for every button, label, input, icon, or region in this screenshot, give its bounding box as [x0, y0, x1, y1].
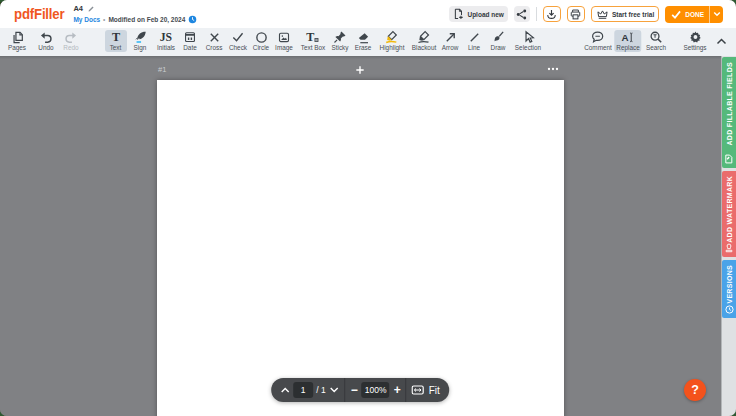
tool-label: Image — [275, 44, 293, 51]
svg-text:JS: JS — [160, 31, 172, 44]
erase-icon — [356, 31, 370, 44]
edit-pencil-icon[interactable] — [87, 5, 95, 13]
print-button[interactable] — [567, 6, 585, 22]
fit-button[interactable]: Fit — [412, 385, 440, 396]
tool-search[interactable]: Search — [644, 30, 668, 53]
done-button[interactable]: DONE — [665, 6, 709, 23]
pdffiller-logo[interactable]: pdfFiller — [14, 0, 64, 28]
text-box-icon: T — [305, 31, 321, 44]
image-icon — [277, 31, 291, 44]
tool-erase[interactable]: Erase — [352, 30, 374, 53]
tool-pages[interactable]: Pages — [6, 30, 28, 53]
upload-new-button[interactable]: Upload new — [449, 6, 507, 22]
svg-text:A: A — [622, 32, 629, 43]
start-free-trial-button[interactable]: Start free trial — [591, 6, 659, 22]
highlight-icon — [384, 31, 400, 44]
zoom-level[interactable]: 100% — [362, 382, 390, 398]
tool-selection[interactable]: Selection — [513, 30, 543, 53]
versions-label: VERSIONS — [726, 265, 733, 304]
line-icon — [468, 31, 481, 44]
help-button[interactable]: ? — [684, 379, 706, 401]
cross-icon — [208, 31, 221, 44]
tool-arrow[interactable]: Arrow — [439, 30, 461, 53]
upload-new-label: Upload new — [467, 11, 503, 18]
tool-label: Circle — [253, 44, 269, 51]
pager-divider — [345, 378, 346, 402]
fillable-fields-icon — [724, 154, 734, 164]
tool-circle[interactable]: Circle — [250, 30, 272, 53]
page-menu-button[interactable] — [547, 67, 559, 71]
svg-text:T: T — [307, 30, 315, 44]
tool-highlight[interactable]: Highlight — [378, 30, 407, 53]
tool-date[interactable]: Date — [179, 30, 201, 53]
collapse-toolbar-button[interactable] — [711, 30, 731, 53]
tool-label: Initials — [157, 44, 175, 51]
pager-divider-2 — [406, 378, 407, 402]
watermark-icon — [724, 243, 734, 253]
tool-cross[interactable]: Cross — [203, 30, 225, 53]
next-page-button[interactable] — [330, 387, 340, 393]
tool-image[interactable]: Image — [273, 30, 295, 53]
add-watermark-tab[interactable]: ADD WATERMARK — [722, 171, 736, 257]
tool-label: Comment — [584, 44, 612, 51]
tool-redo[interactable]: Redo — [60, 30, 82, 53]
done-button-group: DONE — [665, 6, 723, 23]
tool-initials[interactable]: JSInitials — [155, 30, 177, 53]
sign-icon — [133, 31, 148, 44]
search-icon — [649, 31, 663, 44]
tool-line[interactable]: Line — [463, 30, 485, 53]
page-input[interactable]: 1 — [293, 382, 313, 398]
tool-label: Settings — [683, 44, 706, 51]
page-number-label: #1 — [158, 65, 166, 74]
header-separator — [536, 7, 537, 21]
add-fillable-fields-tab[interactable]: ADD FILLABLE FIELDS — [722, 57, 736, 168]
date-icon — [183, 31, 197, 44]
tool-sign[interactable]: Sign — [129, 30, 151, 53]
page-total-label: / 1 — [316, 385, 325, 395]
done-label: DONE — [685, 11, 704, 18]
settings-icon — [688, 31, 702, 44]
previous-page-button[interactable] — [280, 387, 290, 393]
document-title-row: A4 — [73, 4, 197, 13]
tool-undo[interactable]: Undo — [35, 30, 57, 53]
tool-label: Draw — [491, 44, 506, 51]
tool-sticky[interactable]: Sticky — [329, 30, 351, 53]
tool-settings[interactable]: Settings — [681, 30, 708, 53]
tool-check[interactable]: Check — [227, 30, 249, 53]
zoom-in-button[interactable]: + — [394, 384, 401, 396]
done-dropdown-button[interactable] — [709, 6, 723, 23]
share-button[interactable] — [514, 6, 530, 22]
plus-icon — [356, 65, 365, 74]
svg-text:T: T — [111, 30, 119, 44]
tool-comment[interactable]: Comment — [582, 30, 614, 53]
text-icon: T — [109, 31, 123, 44]
add-page-button[interactable] — [356, 65, 365, 74]
my-docs-link[interactable]: My Docs — [73, 15, 100, 24]
tool-text[interactable]: TText — [105, 30, 127, 53]
versions-tab[interactable]: VERSIONS — [722, 260, 736, 318]
zoom-out-button[interactable]: − — [351, 384, 358, 396]
tool-draw[interactable]: Draw — [487, 30, 509, 53]
document-page[interactable] — [157, 80, 564, 416]
tool-label: Check — [229, 44, 247, 51]
fit-label: Fit — [429, 385, 440, 396]
pdffiller-window: pdfFiller A4 My Docs • Modified on Feb 2… — [0, 0, 736, 416]
tool-blackout[interactable]: Blackout — [410, 30, 439, 53]
modified-label: Modified on Feb 20, 2024 — [108, 15, 185, 24]
history-clock-icon[interactable] — [188, 15, 197, 24]
tool-label: Sticky — [331, 44, 348, 51]
download-button[interactable] — [543, 6, 561, 22]
tool-label: Redo — [63, 44, 78, 51]
check-icon — [231, 31, 245, 44]
chevron-up-icon — [716, 38, 727, 45]
check-icon — [670, 9, 682, 20]
header-actions: Upload new Start free trial DONE — [449, 6, 723, 23]
tool-text-box[interactable]: TText Box — [299, 30, 328, 53]
page-navigation-bar: 1 / 1 − 100% + Fit — [271, 378, 449, 402]
tool-replace[interactable]: AReplace — [614, 30, 641, 53]
tool-label: Pages — [8, 44, 26, 51]
toolbar: PagesUndoRedo TTextSignJSInitialsDateCro… — [0, 28, 736, 56]
draw-icon — [491, 31, 505, 44]
replace-icon: A — [620, 31, 635, 44]
tool-label: Search — [646, 44, 666, 51]
